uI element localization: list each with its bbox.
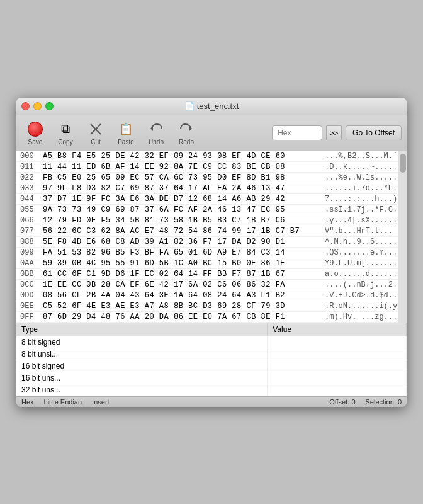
hex-bytes: 59 39 0B 4C 95 55 91 6D 5B 1C A0 BC 15 B…	[43, 259, 320, 268]
hex-bytes: 9A 73 73 49 C9 69 87 37 6A FC AF 2A 46 1…	[43, 205, 320, 214]
hex-bytes: 5E F8 4D E6 68 C8 AD 39 A1 02 36 F7 17 D…	[43, 238, 320, 246]
hex-offset: 022	[20, 173, 43, 182]
hex-offset: 0AA	[20, 259, 43, 268]
table-row[interactable]: 088 5E F8 4D E6 68 C8 AD 39 A1 02 36 F7 …	[16, 237, 398, 248]
file-icon: 📄	[184, 101, 195, 111]
inspector-value	[268, 348, 407, 360]
inspector-table: Type Value 8 bit signed 8 bit unsi... 16…	[16, 323, 407, 396]
list-item[interactable]: 16 bit signed	[16, 360, 407, 372]
hex-ascii: 7....:.:...h...)B	[325, 195, 394, 203]
hex-bytes: 11 44 11 ED 6B AF 14 EE 92 8A 7E C9 CC 8…	[43, 163, 320, 171]
offset-status: Offset: 0	[329, 398, 355, 406]
hex-ascii: .y...4[.sX......	[325, 216, 394, 225]
maximize-button[interactable]	[45, 102, 54, 110]
close-button[interactable]	[21, 102, 30, 110]
hex-offset: 0DD	[20, 291, 43, 300]
table-row[interactable]: 055 9A 73 73 49 C9 69 87 37 6A FC AF 2A …	[16, 205, 398, 215]
copy-button[interactable]: ⧉ Copy	[52, 119, 79, 147]
inspector-type: 16 bit uns...	[16, 372, 268, 384]
hex-bytes: 87 6D 29 D4 48 76 AA 20 DA 86 EE E0 7A 6…	[43, 312, 320, 321]
save-icon	[26, 120, 44, 138]
hex-offset: 0EE	[20, 302, 43, 311]
table-row[interactable]: 011 11 44 11 ED 6B AF 14 EE 92 8A 7E C9 …	[16, 162, 398, 173]
hex-bytes: FA 51 53 82 96 B5 F3 BF FA 65 01 6D A9 E…	[43, 248, 320, 257]
hex-ascii: ...%e..W.ls.....	[325, 173, 394, 182]
scrollbar-thumb[interactable]	[400, 154, 406, 173]
list-item[interactable]: 16 bit uns...	[16, 372, 407, 384]
hex-offset: 0BB	[20, 270, 43, 278]
title-bar: 📄 test_enc.txt	[16, 98, 407, 115]
hex-bytes: 12 79 FD 0E F5 34 5B 81 73 58 1B B5 B3 C…	[43, 216, 320, 225]
inspector-type: 8 bit unsi...	[16, 348, 268, 360]
table-row[interactable]: 0BB 61 CC 6F C1 9D D6 1F EC 02 64 14 FF …	[16, 269, 398, 280]
table-row[interactable]: 0CC 1E EE CC 0B 28 CA EF 6E 42 17 6A 02 …	[16, 280, 398, 290]
table-row[interactable]: 000 A5 B8 F4 E5 25 DE 42 32 EF 09 24 93 …	[16, 151, 398, 162]
redo-icon	[178, 120, 195, 138]
inspector-value	[268, 336, 407, 348]
hex-ascii: .V.+J.Cd>.d.$d..	[325, 291, 394, 300]
table-row[interactable]: 022 FB C5 E0 25 65 09 EC 57 CA 6C 73 95 …	[16, 173, 398, 183]
hex-ascii: V".b...HrT.t...	[325, 227, 394, 236]
inspector-value	[268, 372, 407, 384]
hex-offset: 000	[20, 152, 43, 161]
table-row[interactable]: 0AA 59 39 0B 4C 95 55 91 6D 5B 1C A0 BC …	[16, 258, 398, 269]
table-row[interactable]: 033 97 9F F8 D3 82 C7 69 87 37 64 17 AF …	[16, 183, 398, 194]
table-row[interactable]: 066 12 79 FD 0E F5 34 5B 81 73 58 1B B5 …	[16, 215, 398, 226]
window-title: 📄 test_enc.txt	[184, 101, 239, 111]
paste-icon: 📋	[117, 120, 135, 138]
paste-button[interactable]: 📋 Paste	[112, 119, 140, 147]
table-row[interactable]: 099 FA 51 53 82 96 B5 F3 BF FA 65 01 6D …	[16, 248, 398, 258]
redo-button[interactable]: Redo	[172, 119, 200, 147]
hex-ascii: a.o......d......g	[325, 270, 394, 278]
main-window: 📄 test_enc.txt Save ⧉ Copy Cut 📋 Paste	[16, 98, 407, 407]
hex-offset: 044	[20, 195, 43, 203]
list-item[interactable]: 32 bit uns...	[16, 384, 407, 396]
hex-offset: 066	[20, 216, 43, 225]
hex-view[interactable]: 000 A5 B8 F4 E5 25 DE 42 32 EF 09 24 93 …	[16, 151, 398, 323]
hex-input[interactable]	[272, 125, 322, 140]
hex-ascii: .ssI.i.7j..*F.G.	[325, 205, 394, 214]
hex-ascii: .m).Hv. ...zg...	[325, 312, 394, 321]
table-row[interactable]: 0DD 08 56 CF 2B 4A 04 43 64 3E 1A 64 08 …	[16, 290, 398, 301]
inspector-value	[268, 384, 407, 396]
hex-bytes: 37 D7 1E 9F FC 3A E6 3A DE D7 12 68 14 A…	[43, 195, 320, 203]
endian-status: Little Endian	[44, 398, 82, 406]
hex-ascii: .QS.......e.m...	[325, 248, 394, 257]
hex-ascii: .R.oN.......i(.y=	[325, 302, 394, 311]
hex-bytes: 1E EE CC 0B 28 CA EF 6E 42 17 6A 02 C6 0…	[43, 280, 320, 289]
hex-ascii: ......i.7d...*F.	[325, 184, 394, 193]
table-row[interactable]: 077 56 22 6C C3 62 8A AC E7 48 72 54 86 …	[16, 226, 398, 237]
hex-offset: 0FF	[20, 312, 43, 321]
inspector-section: Type Value 8 bit signed 8 bit unsi... 16…	[16, 323, 407, 396]
hex-bytes: 56 22 6C C3 62 8A AC E7 48 72 54 86 74 9…	[43, 227, 320, 236]
hex-ascii: .D..k.....~.....	[325, 163, 394, 171]
hex-offset: 055	[20, 205, 43, 214]
selection-status: Selection: 0	[366, 398, 402, 406]
table-row[interactable]: 044 37 D7 1E 9F FC 3A E6 3A DE D7 12 68 …	[16, 194, 398, 205]
main-content: 000 A5 B8 F4 E5 25 DE 42 32 EF 09 24 93 …	[16, 151, 407, 323]
hex-bytes: A5 B8 F4 E5 25 DE 42 32 EF 09 24 93 08 E…	[43, 152, 320, 161]
expand-button[interactable]: >>	[326, 125, 342, 140]
list-item[interactable]: 8 bit signed	[16, 336, 407, 348]
cut-button[interactable]: Cut	[82, 119, 110, 147]
hex-offset: 088	[20, 238, 43, 246]
inspector-type: 8 bit signed	[16, 336, 268, 348]
goto-offset-button[interactable]: Go To Offset	[346, 125, 402, 140]
hex-ascii: ^.M.h..9..6.....	[325, 238, 394, 246]
list-item[interactable]: 8 bit unsi...	[16, 348, 407, 360]
undo-button[interactable]: Undo	[142, 119, 170, 147]
mode-status: Hex	[21, 398, 34, 406]
hex-bytes: 08 56 CF 2B 4A 04 43 64 3E 1A 64 08 24 6…	[43, 291, 320, 300]
hex-offset: 033	[20, 184, 43, 193]
save-button[interactable]: Save	[21, 119, 49, 147]
traffic-lights	[21, 102, 54, 110]
insert-status: Insert	[92, 398, 110, 406]
hex-offset: 077	[20, 227, 43, 236]
cut-icon	[87, 120, 104, 138]
minimize-button[interactable]	[33, 102, 42, 110]
scrollbar[interactable]	[398, 151, 407, 323]
table-row[interactable]: 0FF 87 6D 29 D4 48 76 AA 20 DA 86 EE E0 …	[16, 312, 398, 323]
table-row[interactable]: 0EE C5 52 6F 4E E3 AE E3 A7 A8 8B BC D3 …	[16, 301, 398, 312]
hex-bytes: FB C5 E0 25 65 09 EC 57 CA 6C 73 95 D0 E…	[43, 173, 320, 182]
hex-bytes: 97 9F F8 D3 82 C7 69 87 37 64 17 AF EA 2…	[43, 184, 320, 193]
